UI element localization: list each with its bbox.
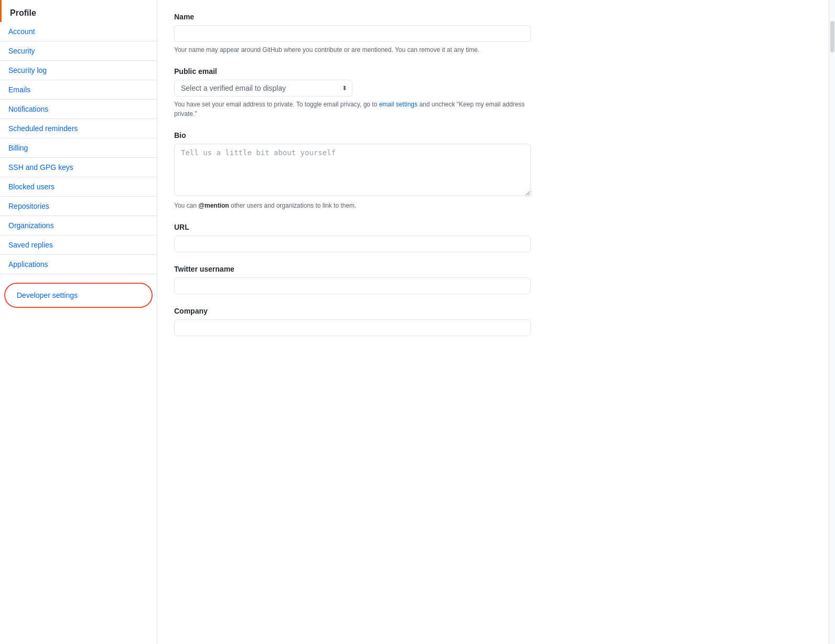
bio-hint: You can @mention other users and organiz… xyxy=(174,201,531,210)
sidebar-item-developer-settings[interactable]: Developer settings xyxy=(8,287,86,304)
bio-textarea[interactable] xyxy=(174,144,531,196)
main-content: Name Your name may appear around GitHub … xyxy=(157,0,829,644)
public-email-select-wrapper: Select a verified email to display ⬍ xyxy=(174,80,352,96)
sidebar-section-title: Profile xyxy=(0,0,157,22)
company-field-group: Company xyxy=(174,307,812,336)
sidebar-item-notifications[interactable]: Notifications xyxy=(0,100,157,119)
twitter-field-group: Twitter username xyxy=(174,265,812,294)
sidebar-item-applications[interactable]: Applications xyxy=(0,255,157,274)
name-input[interactable] xyxy=(174,25,531,42)
sidebar-item-ssh-gpg-keys[interactable]: SSH and GPG keys xyxy=(0,158,157,177)
developer-settings-section: Developer settings xyxy=(0,274,157,312)
sidebar-item-security[interactable]: Security xyxy=(0,41,157,61)
bio-hint-post: other users and organizations to link to… xyxy=(229,202,357,209)
scrollbar-track[interactable] xyxy=(829,0,835,644)
twitter-input[interactable] xyxy=(174,277,531,294)
sidebar-item-repositories[interactable]: Repositories xyxy=(0,197,157,216)
sidebar-item-emails[interactable]: Emails xyxy=(0,80,157,100)
email-settings-link[interactable]: email settings xyxy=(379,101,418,108)
sidebar-item-organizations[interactable]: Organizations xyxy=(0,216,157,235)
company-input[interactable] xyxy=(174,319,531,336)
url-label: URL xyxy=(174,223,812,231)
bio-label: Bio xyxy=(174,131,812,139)
developer-settings-wrapper: Developer settings xyxy=(8,287,148,304)
public-email-select[interactable]: Select a verified email to display xyxy=(174,80,352,96)
twitter-label: Twitter username xyxy=(174,265,812,273)
sidebar-item-blocked-users[interactable]: Blocked users xyxy=(0,177,157,197)
public-email-label: Public email xyxy=(174,67,812,76)
scrollbar-thumb[interactable] xyxy=(830,21,834,52)
sidebar-item-saved-replies[interactable]: Saved replies xyxy=(0,235,157,255)
bio-field-group: Bio You can @mention other users and org… xyxy=(174,131,812,210)
name-hint: Your name may appear around GitHub where… xyxy=(174,45,531,55)
bio-hint-pre: You can xyxy=(174,202,198,209)
sidebar-item-security-log[interactable]: Security log xyxy=(0,61,157,80)
sidebar-item-billing[interactable]: Billing xyxy=(0,138,157,158)
sidebar-item-account[interactable]: Account xyxy=(0,22,157,41)
public-email-field-group: Public email Select a verified email to … xyxy=(174,67,812,119)
name-field-group: Name Your name may appear around GitHub … xyxy=(174,13,812,55)
email-hint-pre: You have set your email address to priva… xyxy=(174,101,379,108)
bio-hint-mention: @mention xyxy=(198,202,229,209)
company-label: Company xyxy=(174,307,812,315)
url-field-group: URL xyxy=(174,223,812,252)
sidebar: Profile Account Security Security log Em… xyxy=(0,0,157,644)
sidebar-item-scheduled-reminders[interactable]: Scheduled reminders xyxy=(0,119,157,138)
name-label: Name xyxy=(174,13,812,21)
url-input[interactable] xyxy=(174,235,531,252)
email-hint: You have set your email address to priva… xyxy=(174,100,531,119)
